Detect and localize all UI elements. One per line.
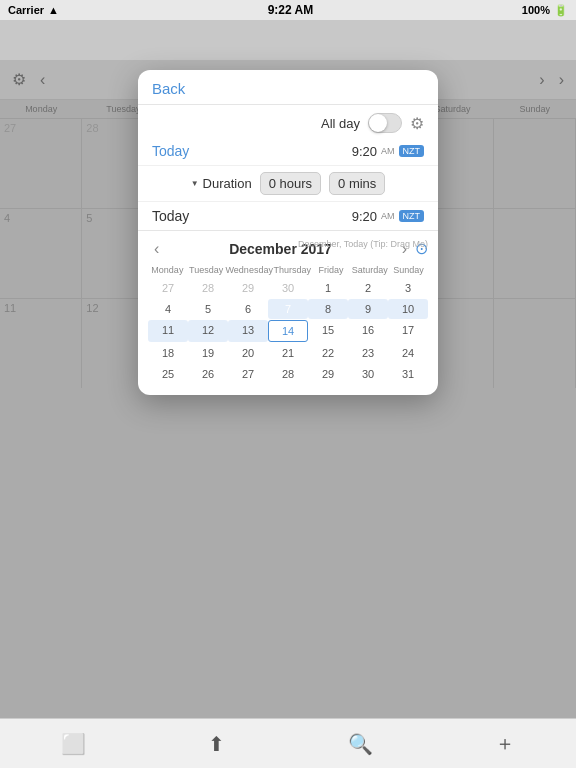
modal-overlay: Back All day ⚙ Today 9:20 AM NZT ▼ Durat… [0, 60, 576, 718]
end-ampm: AM [381, 211, 395, 221]
mini-day-5[interactable]: 5 [188, 299, 228, 319]
mini-day-15[interactable]: 15 [308, 320, 348, 342]
mini-day-23[interactable]: 23 [348, 343, 388, 363]
search-button[interactable]: 🔍 [348, 732, 373, 756]
mini-day-30a[interactable]: 30 [268, 278, 308, 298]
mini-day-12[interactable]: 12 [188, 320, 228, 342]
mini-dow-mon: Monday [148, 264, 187, 276]
battery-icon: 🔋 [554, 4, 568, 17]
signal-icon: ▲ [48, 4, 59, 16]
mini-day-20[interactable]: 20 [228, 343, 268, 363]
share-button[interactable]: ⬜ [61, 732, 86, 756]
end-time-value: 9:20 AM NZT [352, 209, 424, 224]
start-label[interactable]: Today [152, 143, 189, 159]
mini-calendar: ‹ December 2017 › ⊙ December, Today (Tip… [138, 231, 438, 395]
upload-button[interactable]: ⬆ [208, 732, 225, 756]
status-right: 100% 🔋 [522, 4, 568, 17]
mini-day-10[interactable]: 10 [388, 299, 428, 319]
mini-week-4: 25 26 27 28 29 30 31 [148, 364, 428, 384]
duration-row: ▼ Duration 0 hours 0 mins [138, 166, 438, 202]
mini-day-8[interactable]: 8 [308, 299, 348, 319]
mini-day-14-selected[interactable]: 14 [268, 320, 308, 342]
start-time: 9:20 [352, 144, 377, 159]
mini-day-13[interactable]: 13 [228, 320, 268, 342]
start-time-value: 9:20 AM NZT [352, 144, 424, 159]
mini-dow-wed: Wednesday [226, 264, 273, 276]
end-badge: NZT [399, 210, 425, 222]
mini-dow-row: Monday Tuesday Wednesday Thursday Friday… [148, 264, 428, 276]
event-modal: Back All day ⚙ Today 9:20 AM NZT ▼ Durat… [138, 70, 438, 395]
mini-dow-fri: Friday [312, 264, 351, 276]
status-time: 9:22 AM [268, 3, 314, 17]
all-day-row: All day ⚙ [138, 105, 438, 137]
gear-button[interactable]: ⚙ [410, 114, 424, 133]
battery-label: 100% [522, 4, 550, 16]
mini-day-3[interactable]: 3 [388, 278, 428, 298]
mini-week-2: 11 12 13 14 15 16 17 [148, 320, 428, 342]
duration-mins-chip[interactable]: 0 mins [329, 172, 385, 195]
mini-dow-sat: Saturday [350, 264, 389, 276]
end-time-row: Today 9:20 AM NZT [138, 202, 438, 231]
toggle-knob [369, 114, 387, 132]
duration-label: ▼ Duration [191, 176, 252, 191]
mini-day-29b[interactable]: 29 [308, 364, 348, 384]
mini-day-19[interactable]: 19 [188, 343, 228, 363]
mini-week-3: 18 19 20 21 22 23 24 [148, 343, 428, 363]
mini-dow-sun: Sunday [389, 264, 428, 276]
carrier-label: Carrier [8, 4, 44, 16]
duration-text: Duration [203, 176, 252, 191]
mini-day-29a[interactable]: 29 [228, 278, 268, 298]
mini-day-31[interactable]: 31 [388, 364, 428, 384]
mini-day-26[interactable]: 26 [188, 364, 228, 384]
add-button[interactable]: ＋ [495, 730, 515, 757]
mini-day-27b[interactable]: 27 [228, 364, 268, 384]
mini-day-11[interactable]: 11 [148, 320, 188, 342]
mini-day-30b[interactable]: 30 [348, 364, 388, 384]
end-label[interactable]: Today [152, 208, 189, 224]
mini-dow-tue: Tuesday [187, 264, 226, 276]
mini-day-18[interactable]: 18 [148, 343, 188, 363]
all-day-label: All day [321, 116, 360, 131]
status-left: Carrier ▲ [8, 4, 59, 16]
mini-day-16[interactable]: 16 [348, 320, 388, 342]
mini-day-6[interactable]: 6 [228, 299, 268, 319]
mini-cal-prev[interactable]: ‹ [148, 240, 165, 258]
mini-day-1[interactable]: 1 [308, 278, 348, 298]
mini-day-21[interactable]: 21 [268, 343, 308, 363]
mini-day-7-today[interactable]: 7 [268, 299, 308, 319]
all-day-toggle[interactable] [368, 113, 402, 133]
mini-day-25[interactable]: 25 [148, 364, 188, 384]
start-ampm: AM [381, 146, 395, 156]
mini-day-24[interactable]: 24 [388, 343, 428, 363]
mini-cal-header: ‹ December 2017 › ⊙ December, Today (Tip… [148, 239, 428, 258]
mini-day-17[interactable]: 17 [388, 320, 428, 342]
back-button[interactable]: Back [152, 80, 185, 97]
bottom-toolbar: ⬜ ⬆ 🔍 ＋ [0, 718, 576, 768]
duration-triangle-icon: ▼ [191, 179, 199, 188]
duration-hours-chip[interactable]: 0 hours [260, 172, 321, 195]
mini-day-4[interactable]: 4 [148, 299, 188, 319]
mini-dow-thu: Thursday [273, 264, 312, 276]
mini-day-22[interactable]: 22 [308, 343, 348, 363]
mini-week-1: 4 5 6 7 8 9 10 [148, 299, 428, 319]
mini-day-27a[interactable]: 27 [148, 278, 188, 298]
mini-week-0: 27 28 29 30 1 2 3 [148, 278, 428, 298]
modal-header: Back [138, 70, 438, 105]
mini-day-2[interactable]: 2 [348, 278, 388, 298]
end-time: 9:20 [352, 209, 377, 224]
mini-day-28a[interactable]: 28 [188, 278, 228, 298]
start-time-row: Today 9:20 AM NZT [138, 137, 438, 166]
mini-day-28b[interactable]: 28 [268, 364, 308, 384]
status-bar: Carrier ▲ 9:22 AM 100% 🔋 [0, 0, 576, 20]
mini-cal-tip: December, Today (Tip: Drag Me) [298, 239, 428, 249]
mini-day-9[interactable]: 9 [348, 299, 388, 319]
start-badge: NZT [399, 145, 425, 157]
